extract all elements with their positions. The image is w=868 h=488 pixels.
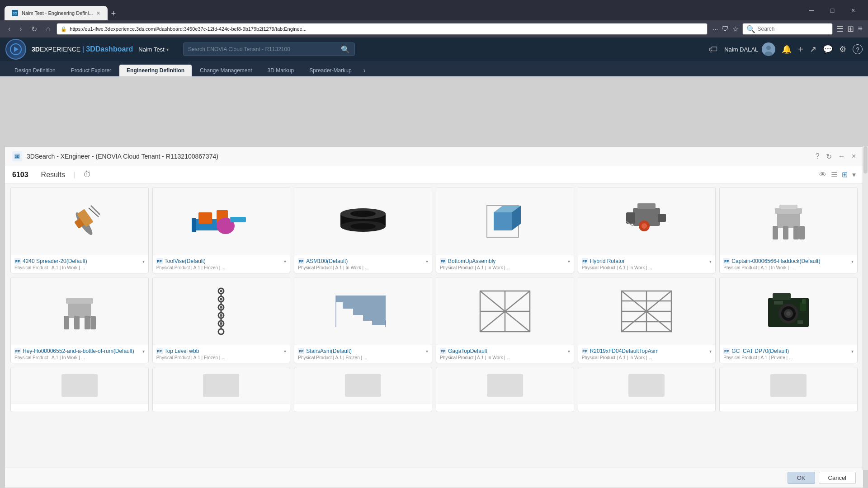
item-3-name[interactable]: PP ASM100(Default) ▾ xyxy=(298,258,428,264)
list-view-icon[interactable]: ☰ xyxy=(831,170,837,179)
scrollbar-track[interactable] xyxy=(863,146,868,470)
grid-item-15[interactable] xyxy=(294,367,432,412)
ok-button[interactable]: OK xyxy=(788,472,815,484)
header-username-text: Naim DALAL xyxy=(724,46,758,53)
more-tabs-button[interactable]: › xyxy=(360,65,369,76)
item-1-dropdown[interactable]: ▾ xyxy=(142,259,145,264)
app-search-input[interactable] xyxy=(188,46,338,52)
grid-item-11[interactable]: PP R2019xFD04DefaultTopAsm ▾ Physical Pr… xyxy=(578,277,716,363)
scrollbar-thumb[interactable] xyxy=(863,146,868,174)
item-10-name[interactable]: PP GagaTopDefault ▾ xyxy=(440,348,570,354)
panel-refresh-icon[interactable]: ↻ xyxy=(826,152,832,161)
panel-close-icon[interactable]: × xyxy=(852,152,856,160)
tag-icon[interactable]: 🏷 xyxy=(709,44,718,55)
cancel-button[interactable]: Cancel xyxy=(819,472,856,484)
sidebar-toggle-icon[interactable]: ☰ xyxy=(836,24,844,34)
tab-product-explorer[interactable]: Product Explorer xyxy=(64,65,118,76)
item-4-dropdown[interactable]: ▾ xyxy=(568,259,570,264)
browser-tab-active[interactable]: 3D Naim Test - Engineering Defini... × xyxy=(5,6,108,20)
item-7-dropdown[interactable]: ▾ xyxy=(142,349,145,354)
grid-item-17[interactable] xyxy=(578,367,716,412)
forward-button[interactable]: › xyxy=(17,23,24,35)
item-7-meta: Physical Product | A.1 | In Work | ... xyxy=(14,355,145,360)
grid-item-18[interactable] xyxy=(719,367,858,412)
svg-rect-35 xyxy=(777,212,800,228)
tab-spreader-markup[interactable]: Spreader-Markup xyxy=(302,65,359,76)
grid-item-10[interactable]: PP GagaTopDefault ▾ Physical Product | A… xyxy=(436,277,574,363)
share-icon[interactable]: ↗ xyxy=(810,44,816,54)
item-1-name[interactable]: PP 4240 Spreader-20(Default) ▾ xyxy=(14,258,145,264)
grid-view-icon[interactable]: ⊞ xyxy=(842,170,848,179)
home-button[interactable]: ⌂ xyxy=(43,23,53,35)
grid-item-5[interactable]: PP Hybrid Rotator ▾ Physical Product | A… xyxy=(578,187,716,273)
item-6-name[interactable]: PP Captain-00006566-Haddock(Default) ▾ xyxy=(723,258,854,264)
item-11-dropdown[interactable]: ▾ xyxy=(709,349,712,354)
browser-search-bar[interactable]: 🔍 xyxy=(742,23,833,35)
app-search-bar[interactable]: 🔍 xyxy=(183,42,355,56)
item-6-thumbnail xyxy=(720,188,857,255)
expand-icon[interactable]: ▾ xyxy=(852,170,856,179)
grid-item-8[interactable]: PP Top Level wbb ▾ Physical Product | A.… xyxy=(152,277,291,363)
browser-extensions-icon[interactable]: ⊞ xyxy=(847,24,854,34)
item-11-name[interactable]: PP R2019xFD04DefaultTopAsm ▾ xyxy=(582,348,712,354)
grid-item-3[interactable]: PP ASM100(Default) ▾ Physical Product | … xyxy=(294,187,432,273)
item-18-thumbnail xyxy=(720,367,857,404)
grid-item-9[interactable]: PP StairsAsm(Default) ▾ Physical Product… xyxy=(294,277,432,363)
grid-item-14[interactable] xyxy=(152,367,291,412)
grid-item-4[interactable]: PP BottomUpAssembly ▾ Physical Product |… xyxy=(436,187,574,273)
reload-button[interactable]: ↻ xyxy=(28,23,40,35)
item-7-info: PP Hey-Ho00006552-and-a-bottle-of-rum(De… xyxy=(11,345,148,363)
item-9-dropdown[interactable]: ▾ xyxy=(426,349,428,354)
add-icon[interactable]: + xyxy=(798,44,803,55)
panel-back-icon[interactable]: ← xyxy=(838,152,845,160)
browser-bookmark-icon[interactable]: ☆ xyxy=(732,25,739,33)
item-12-dropdown[interactable]: ▾ xyxy=(851,349,854,354)
window-maximize-button[interactable]: □ xyxy=(822,3,843,18)
item-7-name[interactable]: PP Hey-Ho00006552-and-a-bottle-of-rum(De… xyxy=(14,348,145,354)
svg-rect-65 xyxy=(363,314,386,321)
user-context-selector[interactable]: Naim Test ▾ xyxy=(138,46,169,53)
item-2-name[interactable]: PP ToolVise(Default) ▾ xyxy=(156,258,287,264)
window-minimize-button[interactable]: ─ xyxy=(801,3,822,18)
tab-close-button[interactable]: × xyxy=(97,9,100,17)
item-5-dropdown[interactable]: ▾ xyxy=(709,259,712,264)
item-8-name[interactable]: PP Top Level wbb ▾ xyxy=(156,348,287,354)
tab-change-management[interactable]: Change Management xyxy=(193,65,259,76)
grid-item-2[interactable]: PP ToolVise(Default) ▾ Physical Product … xyxy=(152,187,291,273)
item-4-name[interactable]: PP BottomUpAssembly ▾ xyxy=(440,258,570,264)
eye-icon[interactable]: 👁 xyxy=(819,171,826,179)
grid-item-13[interactable] xyxy=(10,367,149,412)
address-bar[interactable]: 🔒 https://eu1-ifwe.3dexperience.3ds.com/… xyxy=(57,23,707,35)
grid-item-6[interactable]: PP Captain-00006566-Haddock(Default) ▾ P… xyxy=(719,187,858,273)
history-icon[interactable]: ⏱ xyxy=(83,170,91,179)
item-5-name[interactable]: PP Hybrid Rotator ▾ xyxy=(582,258,712,264)
grid-item-16[interactable] xyxy=(436,367,574,412)
tools-icon[interactable]: ⚙ xyxy=(839,44,846,54)
tab-engineering-definition[interactable]: Engineering Definition xyxy=(119,65,192,76)
browser-shield-icon[interactable]: 🛡 xyxy=(722,25,729,33)
item-3-dropdown[interactable]: ▾ xyxy=(426,259,428,264)
item-2-dropdown[interactable]: ▾ xyxy=(284,259,286,264)
item-8-dropdown[interactable]: ▾ xyxy=(284,349,286,354)
item-10-dropdown[interactable]: ▾ xyxy=(568,349,570,354)
window-close-button[interactable]: × xyxy=(843,3,863,18)
grid-item-12[interactable]: PP GC_CAT DP70(Default) ▾ Physical Produ… xyxy=(719,277,858,363)
browser-menu-dots[interactable]: ··· xyxy=(713,25,718,33)
grid-item-1[interactable]: PP 4240 Spreader-20(Default) ▾ Physical … xyxy=(10,187,149,273)
browser-search-input[interactable] xyxy=(757,26,829,32)
item-9-name[interactable]: PP StairsAsm(Default) ▾ xyxy=(298,348,428,354)
browser-more-icon[interactable]: ≡ xyxy=(858,24,863,34)
panel-help-icon[interactable]: ? xyxy=(816,152,820,160)
comment-icon[interactable]: 💬 xyxy=(823,44,833,54)
item-1-meta: Physical Product | A.1 | In Work | ... xyxy=(14,265,145,270)
back-button[interactable]: ‹ xyxy=(5,23,13,35)
app-search-icon[interactable]: 🔍 xyxy=(341,45,350,54)
new-tab-button[interactable]: + xyxy=(108,7,120,20)
grid-item-7[interactable]: PP Hey-Ho00006552-and-a-bottle-of-rum(De… xyxy=(10,277,149,363)
tab-3d-markup[interactable]: 3D Markup xyxy=(260,65,302,76)
item-12-name[interactable]: PP GC_CAT DP70(Default) ▾ xyxy=(723,348,854,354)
notify-icon[interactable]: 🔔 xyxy=(782,44,792,54)
tab-design-definition[interactable]: Design Definition xyxy=(7,65,63,76)
item-6-dropdown[interactable]: ▾ xyxy=(851,259,854,264)
help-icon[interactable]: ? xyxy=(853,44,863,54)
